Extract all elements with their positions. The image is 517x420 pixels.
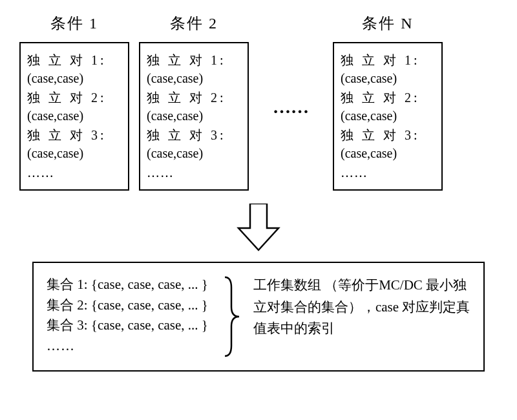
pair-label: 独 立 对 3: <box>147 126 241 144</box>
arrow-container <box>19 204 498 252</box>
condition-group-n: 条件 N 独 立 对 1: (case,case) 独 立 对 2: (case… <box>333 13 443 191</box>
condition-box-1: 独 立 对 1: (case,case) 独 立 对 2: (case,case… <box>19 42 129 191</box>
ellipsis-text: …… <box>27 163 121 182</box>
pair-value: (case,case) <box>341 107 435 125</box>
horizontal-ellipsis: …… <box>258 13 323 118</box>
pair-label: 独 立 对 3: <box>341 126 435 144</box>
pair-entry: 独 立 对 1: (case,case) <box>27 51 121 87</box>
pair-value: (case,case) <box>341 69 435 87</box>
pair-value: (case,case) <box>27 69 121 87</box>
pair-entry: 独 立 对 3: (case,case) <box>27 126 121 162</box>
conditions-row: 条件 1 独 立 对 1: (case,case) 独 立 对 2: (case… <box>19 13 498 191</box>
pair-value: (case,case) <box>341 144 435 162</box>
pair-value: (case,case) <box>147 144 241 162</box>
pair-label: 独 立 对 3: <box>27 126 121 144</box>
sets-column: 集合 1: {case, case, case, ... } 集合 2: {ca… <box>47 275 208 356</box>
pair-entry: 独 立 对 3: (case,case) <box>341 126 435 162</box>
pair-entry: 独 立 对 2: (case,case) <box>147 89 241 125</box>
pair-entry: 独 立 对 1: (case,case) <box>341 51 435 87</box>
down-arrow-icon <box>236 204 281 252</box>
pair-entry: 独 立 对 1: (case,case) <box>147 51 241 87</box>
ellipsis-text: …… <box>147 163 241 182</box>
pair-label: 独 立 对 2: <box>147 89 241 107</box>
ellipsis-text: …… <box>47 336 208 357</box>
pair-entry: 独 立 对 3: (case,case) <box>147 126 241 162</box>
pair-entry: 独 立 对 2: (case,case) <box>27 89 121 125</box>
description-text: 工作集数组 （等价于MC/DC 最小独立对集合的集合），case 对应判定真值表… <box>253 275 470 340</box>
condition-box-2: 独 立 对 1: (case,case) 独 立 对 2: (case,case… <box>139 42 249 191</box>
pair-entry: 独 立 对 2: (case,case) <box>341 89 435 125</box>
pair-label: 独 立 对 1: <box>341 51 435 69</box>
condition-header-1: 条件 1 <box>50 13 98 32</box>
pair-label: 独 立 对 2: <box>341 89 435 107</box>
pair-label: 独 立 对 2: <box>27 89 121 107</box>
condition-group-2: 条件 2 独 立 对 1: (case,case) 独 立 对 2: (case… <box>139 13 249 191</box>
set-entry: 集合 1: {case, case, case, ... } <box>47 275 208 295</box>
pair-value: (case,case) <box>147 107 241 125</box>
pair-label: 独 立 对 1: <box>147 51 241 69</box>
pair-value: (case,case) <box>27 144 121 162</box>
condition-header-n: 条件 N <box>362 13 413 32</box>
condition-header-2: 条件 2 <box>170 13 218 32</box>
curly-brace-icon <box>221 275 240 359</box>
result-box: 集合 1: {case, case, case, ... } 集合 2: {ca… <box>32 262 485 372</box>
ellipsis-text: …… <box>341 163 435 182</box>
condition-box-n: 独 立 对 1: (case,case) 独 立 对 2: (case,case… <box>333 42 443 191</box>
pair-value: (case,case) <box>147 69 241 87</box>
condition-group-1: 条件 1 独 立 对 1: (case,case) 独 立 对 2: (case… <box>19 13 129 191</box>
pair-label: 独 立 对 1: <box>27 51 121 69</box>
pair-value: (case,case) <box>27 107 121 125</box>
set-entry: 集合 3: {case, case, case, ... } <box>47 315 208 336</box>
set-entry: 集合 2: {case, case, case, ... } <box>47 295 208 316</box>
